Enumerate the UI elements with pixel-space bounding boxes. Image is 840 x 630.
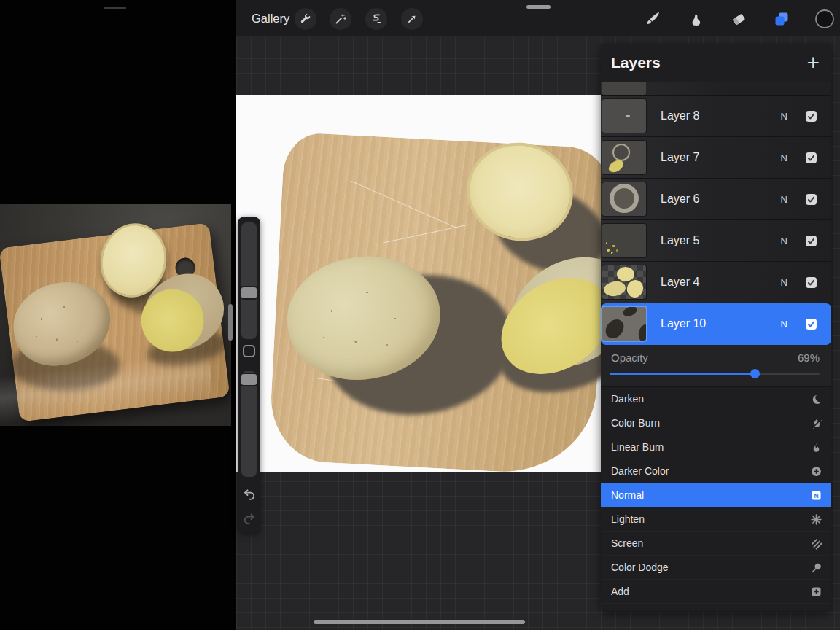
redo-icon bbox=[242, 512, 257, 526]
canvas[interactable] bbox=[236, 95, 610, 472]
side-toolbar bbox=[238, 217, 260, 533]
blend-mode-normal[interactable]: NormalN bbox=[601, 483, 831, 508]
darker-color-icon bbox=[810, 465, 822, 478]
selection-icon bbox=[370, 12, 383, 26]
screen-icon bbox=[810, 537, 822, 550]
smudge-icon bbox=[687, 10, 704, 28]
gallery-button[interactable]: Gallery bbox=[252, 12, 289, 26]
eraser-button[interactable] bbox=[728, 9, 749, 29]
layer-blend-mode-letter[interactable]: N bbox=[781, 111, 788, 122]
opacity-section: Opacity 69% bbox=[601, 345, 831, 387]
layer-visibility-checkbox[interactable] bbox=[804, 234, 818, 248]
opacity-slider-thumb[interactable] bbox=[750, 369, 760, 378]
reference-resize-handle[interactable] bbox=[228, 304, 233, 341]
layer-visibility-checkbox[interactable] bbox=[804, 276, 818, 289]
brush-opacity-handle[interactable] bbox=[240, 373, 258, 386]
topbar: Gallery bbox=[236, 0, 840, 36]
procreate-app: Gallery Layers + Layer bbox=[0, 0, 840, 630]
redo-button[interactable] bbox=[238, 512, 260, 526]
opacity-label: Opacity bbox=[611, 351, 648, 364]
home-indicator[interactable] bbox=[314, 620, 525, 624]
layers-button[interactable] bbox=[771, 9, 792, 29]
opacity-slider[interactable] bbox=[610, 373, 820, 375]
layer-name: Layer 5 bbox=[661, 234, 699, 247]
blend-mode-label: Darken bbox=[611, 393, 644, 405]
layer-row[interactable]: Layer 8N bbox=[601, 96, 831, 137]
transform-button[interactable] bbox=[401, 8, 423, 30]
magic-wand-icon bbox=[334, 12, 347, 26]
layer-visibility-checkbox[interactable] bbox=[804, 317, 818, 331]
svg-text:N: N bbox=[814, 492, 818, 499]
undo-icon bbox=[242, 488, 257, 502]
layer-row[interactable]: Layer 7N bbox=[601, 137, 831, 179]
blend-mode-linear-burn[interactable]: Linear Burn bbox=[601, 435, 831, 459]
color-circle-icon bbox=[814, 9, 835, 29]
add-layer-button[interactable]: + bbox=[806, 50, 820, 76]
blend-mode-darker-color[interactable]: Darker Color bbox=[601, 459, 831, 483]
color-burn-icon bbox=[810, 417, 822, 429]
blend-mode-color-burn[interactable]: Color Burn bbox=[601, 411, 831, 435]
layer-blend-mode-letter[interactable]: N bbox=[781, 319, 788, 330]
layer-name: Layer 4 bbox=[661, 276, 699, 289]
wrench-icon bbox=[299, 12, 312, 26]
blend-mode-darken[interactable]: Darken bbox=[601, 387, 831, 411]
layer-visibility-checkbox[interactable] bbox=[804, 109, 818, 123]
blend-mode-screen[interactable]: Screen bbox=[601, 532, 831, 556]
brush-button[interactable] bbox=[642, 9, 663, 29]
layer-thumbnail[interactable] bbox=[602, 99, 646, 133]
layer-row[interactable]: Layer 5N bbox=[601, 220, 831, 262]
opacity-value: 69% bbox=[798, 351, 820, 364]
brush-icon bbox=[644, 10, 661, 28]
blend-mode-label: Screen bbox=[611, 537, 643, 549]
smudge-button[interactable] bbox=[685, 9, 706, 29]
actions-button[interactable] bbox=[295, 8, 316, 30]
layer-blend-mode-letter[interactable]: N bbox=[781, 194, 788, 205]
blend-mode-label: Darker Color bbox=[611, 465, 669, 477]
multitask-handle[interactable] bbox=[526, 5, 551, 9]
lighten-icon bbox=[810, 513, 822, 526]
reference-photo bbox=[0, 204, 231, 426]
layers-panel-header: Layers + bbox=[601, 44, 831, 82]
layer-thumbnail[interactable] bbox=[602, 141, 646, 174]
layer-row[interactable]: Layer 4N bbox=[601, 262, 831, 303]
layers-title: Layers bbox=[611, 54, 661, 71]
transform-arrow-icon bbox=[405, 12, 419, 26]
layer-thumbnail[interactable] bbox=[602, 224, 646, 257]
layer-row[interactable]: Layer 10N bbox=[601, 303, 831, 345]
eraser-icon bbox=[730, 10, 747, 28]
blend-mode-color-dodge[interactable]: Color Dodge bbox=[601, 556, 831, 580]
layer-visibility-checkbox[interactable] bbox=[804, 192, 818, 206]
blend-mode-lighten[interactable]: Lighten bbox=[601, 508, 831, 532]
layer-name: Layer 10 bbox=[661, 317, 706, 330]
layer-thumbnail[interactable] bbox=[602, 307, 646, 341]
undo-button[interactable] bbox=[238, 488, 260, 502]
selection-button[interactable] bbox=[365, 8, 387, 30]
darken-moon-icon bbox=[810, 393, 822, 405]
brush-size-slider[interactable] bbox=[241, 222, 257, 339]
reference-pane bbox=[0, 0, 236, 630]
layer-row-partial[interactable] bbox=[601, 82, 831, 96]
blend-mode-label: Linear Burn bbox=[611, 441, 664, 453]
color-dodge-icon bbox=[810, 561, 822, 574]
window-drag-handle[interactable] bbox=[104, 7, 126, 9]
layer-thumbnail[interactable] bbox=[602, 265, 646, 299]
layer-blend-mode-letter[interactable]: N bbox=[781, 277, 788, 288]
layer-blend-mode-letter[interactable]: N bbox=[781, 236, 788, 246]
blend-mode-list: DarkenColor BurnLinear BurnDarker ColorN… bbox=[601, 387, 831, 604]
blend-mode-add[interactable]: Add bbox=[601, 580, 831, 604]
brush-size-handle[interactable] bbox=[240, 286, 258, 300]
blend-mode-label: Color Burn bbox=[611, 417, 660, 429]
modify-button[interactable] bbox=[243, 345, 255, 357]
blend-mode-label: Normal bbox=[611, 489, 644, 501]
color-button[interactable] bbox=[814, 9, 835, 29]
layer-list: Layer 8NLayer 7NLayer 6NLayer 5NLayer 4N… bbox=[601, 96, 831, 345]
layer-blend-mode-letter[interactable]: N bbox=[781, 152, 788, 163]
adjustments-button[interactable] bbox=[330, 8, 351, 30]
layer-name: Layer 8 bbox=[661, 109, 699, 122]
brush-opacity-slider[interactable] bbox=[241, 371, 257, 477]
layer-row[interactable]: Layer 6N bbox=[601, 179, 831, 220]
linear-burn-icon bbox=[810, 441, 822, 454]
layer-visibility-checkbox[interactable] bbox=[804, 151, 818, 165]
layer-thumbnail[interactable] bbox=[602, 182, 646, 216]
blend-mode-label: Add bbox=[611, 586, 629, 597]
